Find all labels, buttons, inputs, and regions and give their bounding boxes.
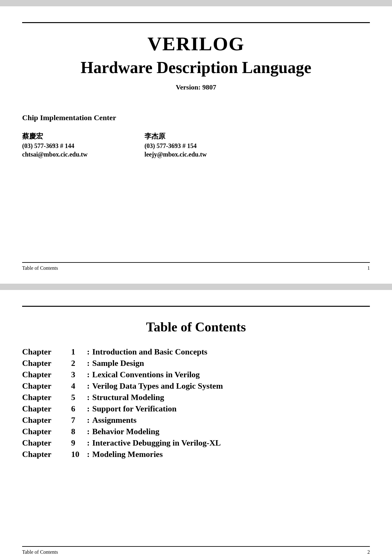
toc-chapter-number: 10 <box>71 450 87 459</box>
top-border-2 <box>22 306 370 307</box>
toc-item: Chapter9:Interactive Debugging in Verilo… <box>22 438 370 448</box>
toc-colon: : <box>87 359 90 368</box>
top-border-1 <box>22 22 370 23</box>
toc-chapter-label: Chapter <box>22 381 71 391</box>
main-title: VERILOG <box>148 33 245 55</box>
toc-colon: : <box>87 347 90 357</box>
footer-label-2: Table of Contents <box>22 549 58 555</box>
toc-chapter-text: Modeling Memories <box>92 450 163 459</box>
toc-chapter-number: 3 <box>71 370 87 379</box>
toc-chapter-number: 8 <box>71 427 87 436</box>
author2-name: 李杰原 <box>144 132 207 141</box>
toc-chapter-text: Verilog Data Types and Logic System <box>92 381 223 391</box>
toc-chapter-text: Interactive Debugging in Verilog-XL <box>92 438 221 448</box>
sub-title: Hardware Description Language <box>81 58 311 77</box>
page-1: VERILOG Hardware Description Language Ve… <box>0 6 392 284</box>
toc-item: Chapter8:Behavior Modeling <box>22 427 370 436</box>
toc-chapter-text: Introduction and Basic Concepts <box>92 347 207 357</box>
toc-chapter-label: Chapter <box>22 359 71 368</box>
toc-chapter-text: Behavior Modeling <box>92 427 160 436</box>
toc-item: Chapter5:Structural Modeling <box>22 393 370 402</box>
toc-chapter-label: Chapter <box>22 404 71 414</box>
author2-phone: (03) 577-3693 # 154 <box>144 142 207 150</box>
page-2: Table of Contents Chapter1:Introduction … <box>0 290 392 555</box>
toc-item: Chapter1:Introduction and Basic Concepts <box>22 347 370 357</box>
author-2: 李杰原 (03) 577-3693 # 154 leejy@mbox.cic.e… <box>144 132 207 158</box>
toc-title: Table of Contents <box>22 319 370 335</box>
toc-chapter-text: Sample Design <box>92 359 144 368</box>
toc-chapter-number: 4 <box>71 381 87 391</box>
toc-item: Chapter4:Verilog Data Types and Logic Sy… <box>22 381 370 391</box>
toc-chapter-number: 6 <box>71 404 87 414</box>
toc-chapter-label: Chapter <box>22 438 71 448</box>
toc-chapter-number: 1 <box>71 347 87 357</box>
toc-item: Chapter7:Assignments <box>22 416 370 425</box>
toc-item: Chapter6:Support for Verification <box>22 404 370 414</box>
toc-chapter-text: Structural Modeling <box>92 393 164 402</box>
toc-colon: : <box>87 427 90 436</box>
author1-phone: (03) 577-3693 # 144 <box>22 142 88 150</box>
toc-colon: : <box>87 404 90 414</box>
author1-name: 蔡慶宏 <box>22 132 88 141</box>
toc-chapter-number: 2 <box>71 359 87 368</box>
footer-page-2: 2 <box>367 549 370 555</box>
toc-chapter-label: Chapter <box>22 370 71 379</box>
toc-colon: : <box>87 416 90 425</box>
toc-chapter-label: Chapter <box>22 450 71 459</box>
toc-item: Chapter2:Sample Design <box>22 359 370 368</box>
footer-2: Table of Contents 2 <box>22 546 370 555</box>
toc-colon: : <box>87 450 90 459</box>
author-1: 蔡慶宏 (03) 577-3693 # 144 chtsai@mbox.cic.… <box>22 132 88 158</box>
toc-colon: : <box>87 370 90 379</box>
toc-colon: : <box>87 438 90 448</box>
toc-chapter-text: Assignments <box>92 416 137 425</box>
org-name: Chip Implementation Center <box>22 114 116 122</box>
toc-chapter-label: Chapter <box>22 347 71 357</box>
toc-chapter-number: 9 <box>71 438 87 448</box>
toc-chapter-number: 7 <box>71 416 87 425</box>
toc-list: Chapter1:Introduction and Basic Concepts… <box>22 347 370 546</box>
toc-colon: : <box>87 381 90 391</box>
authors-section: 蔡慶宏 (03) 577-3693 # 144 chtsai@mbox.cic.… <box>22 132 207 158</box>
author2-email: leejy@mbox.cic.edu.tw <box>144 151 207 158</box>
footer-page-1: 1 <box>367 265 370 271</box>
toc-chapter-label: Chapter <box>22 416 71 425</box>
toc-chapter-number: 5 <box>71 393 87 402</box>
toc-chapter-text: Support for Verification <box>92 404 177 414</box>
version-label: Version: 9807 <box>176 83 216 91</box>
toc-chapter-text: Lexical Conventions in Verilog <box>92 370 200 379</box>
toc-item: Chapter3:Lexical Conventions in Verilog <box>22 370 370 379</box>
footer-label-1: Table of Contents <box>22 265 58 271</box>
toc-chapter-label: Chapter <box>22 427 71 436</box>
title-section: VERILOG Hardware Description Language Ve… <box>22 33 370 101</box>
author1-email: chtsai@mbox.cic.edu.tw <box>22 151 88 158</box>
footer-1: Table of Contents 1 <box>22 262 370 271</box>
toc-colon: : <box>87 393 90 402</box>
toc-item: Chapter10:Modeling Memories <box>22 450 370 459</box>
toc-chapter-label: Chapter <box>22 393 71 402</box>
